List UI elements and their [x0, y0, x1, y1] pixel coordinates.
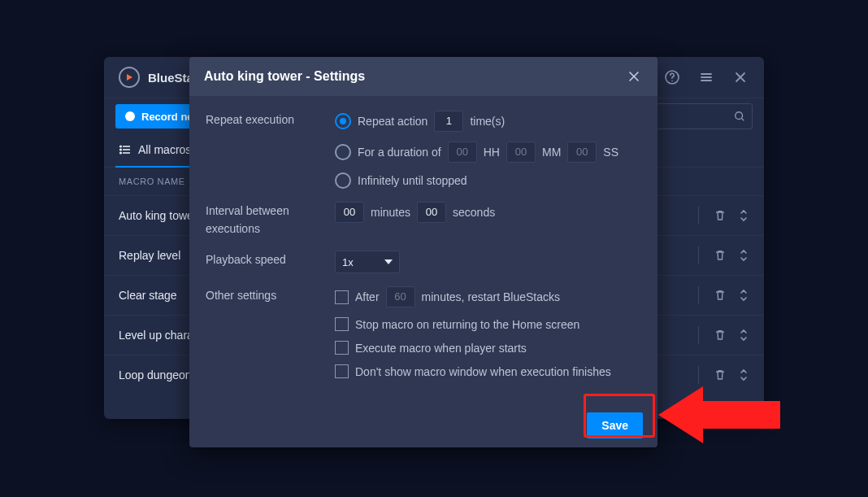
- interval-minutes-input[interactable]: 00: [335, 202, 364, 223]
- modal-title: Auto king tower - Settings: [204, 69, 365, 84]
- radio-infinite[interactable]: [335, 172, 351, 189]
- for-duration-pre: For a duration of: [358, 146, 441, 159]
- divider: [698, 286, 699, 304]
- repeat-action-count-input[interactable]: 1: [434, 111, 463, 132]
- repeat-action-pre: Repeat action: [358, 115, 427, 128]
- interval-minutes-label: minutes: [371, 206, 410, 219]
- svg-point-8: [736, 112, 743, 120]
- svg-point-14: [120, 149, 122, 150]
- chevron-down-icon: [384, 259, 393, 264]
- close-window-icon[interactable]: [731, 68, 749, 86]
- after-post: minutes, restart BlueStacks: [422, 290, 560, 303]
- checkbox-restart-bluestacks[interactable]: [335, 290, 349, 304]
- reorder-icon[interactable]: [738, 289, 749, 302]
- reorder-icon[interactable]: [738, 209, 749, 222]
- logo-icon: [119, 67, 140, 88]
- checkbox-stop-on-home[interactable]: [335, 317, 349, 331]
- interval-seconds-input[interactable]: 00: [417, 202, 446, 223]
- interval-seconds-label: seconds: [453, 206, 495, 219]
- duration-mm-label: MM: [542, 146, 561, 159]
- modal-footer: Save: [189, 403, 658, 447]
- divider: [698, 207, 699, 225]
- list-icon: [119, 143, 132, 156]
- divider: [698, 326, 699, 344]
- infinite-label: Infinitely until stopped: [358, 174, 467, 187]
- divider: [698, 366, 699, 384]
- divider: [698, 246, 699, 264]
- svg-line-9: [742, 119, 744, 121]
- trash-icon[interactable]: [714, 289, 727, 302]
- restart-minutes-input[interactable]: 60: [386, 286, 415, 307]
- duration-ss-input[interactable]: 00: [567, 142, 597, 163]
- other-settings-label: Other settings: [206, 286, 315, 378]
- reorder-icon[interactable]: [738, 368, 749, 381]
- checkbox-execute-on-start[interactable]: [335, 341, 349, 355]
- reorder-icon[interactable]: [738, 329, 749, 342]
- help-icon[interactable]: [663, 68, 681, 86]
- execute-on-start-label: Execute macro when player starts: [355, 342, 527, 355]
- settings-modal: Auto king tower - Settings Repeat execut…: [189, 57, 658, 447]
- repeat-action-post: time(s): [470, 115, 505, 128]
- after-pre: After: [355, 290, 380, 303]
- modal-header: Auto king tower - Settings: [189, 57, 658, 96]
- save-button[interactable]: Save: [587, 412, 643, 438]
- svg-marker-0: [127, 74, 132, 81]
- tab-all-macros-label: All macros: [138, 143, 191, 156]
- menu-icon[interactable]: [697, 68, 715, 86]
- record-dot-icon: [125, 111, 135, 121]
- trash-icon[interactable]: [714, 249, 727, 262]
- search-icon: [734, 111, 745, 122]
- duration-hh-label: HH: [484, 146, 500, 159]
- macro-name: Auto king tower: [119, 209, 197, 222]
- svg-marker-18: [384, 259, 393, 264]
- no-window-label: Don't show macro window when execution f…: [355, 365, 611, 378]
- playback-speed-label: Playback speed: [206, 251, 315, 273]
- duration-mm-input[interactable]: 00: [506, 142, 536, 163]
- reorder-icon[interactable]: [738, 249, 749, 262]
- trash-icon[interactable]: [714, 368, 727, 381]
- stop-on-home-label: Stop macro on returning to the Home scre…: [355, 318, 579, 331]
- radio-repeat-action[interactable]: [335, 113, 351, 129]
- tab-all-macros[interactable]: All macros: [115, 133, 194, 168]
- radio-for-duration[interactable]: [335, 144, 351, 160]
- macro-name: Clear stage: [119, 289, 177, 302]
- checkbox-no-window[interactable]: [335, 364, 349, 378]
- duration-hh-input[interactable]: 00: [448, 142, 477, 163]
- macro-name: Loop dungeon: [119, 368, 192, 381]
- svg-point-2: [671, 81, 673, 82]
- close-icon[interactable]: [625, 68, 643, 85]
- duration-ss-label: SS: [603, 146, 618, 159]
- playback-speed-select[interactable]: 1x: [335, 251, 400, 273]
- svg-point-13: [120, 146, 122, 147]
- trash-icon[interactable]: [714, 209, 727, 222]
- playback-speed-value: 1x: [342, 256, 354, 268]
- interval-label: Interval between executions: [206, 202, 315, 238]
- trash-icon[interactable]: [714, 329, 727, 342]
- svg-point-15: [120, 152, 122, 154]
- macro-name: Replay level: [119, 249, 180, 262]
- repeat-execution-label: Repeat execution: [206, 111, 315, 189]
